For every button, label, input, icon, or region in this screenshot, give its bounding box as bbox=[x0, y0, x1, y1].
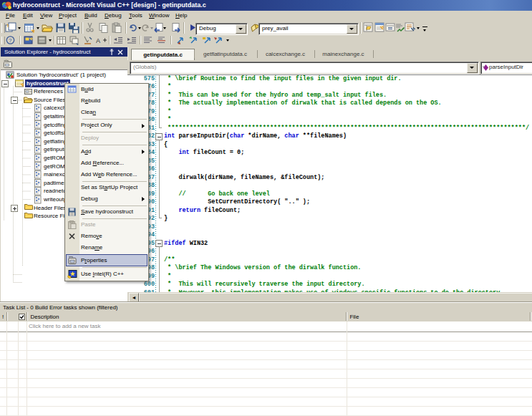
svg-text:A: A bbox=[96, 37, 100, 44]
svg-text:?: ? bbox=[9, 37, 12, 44]
